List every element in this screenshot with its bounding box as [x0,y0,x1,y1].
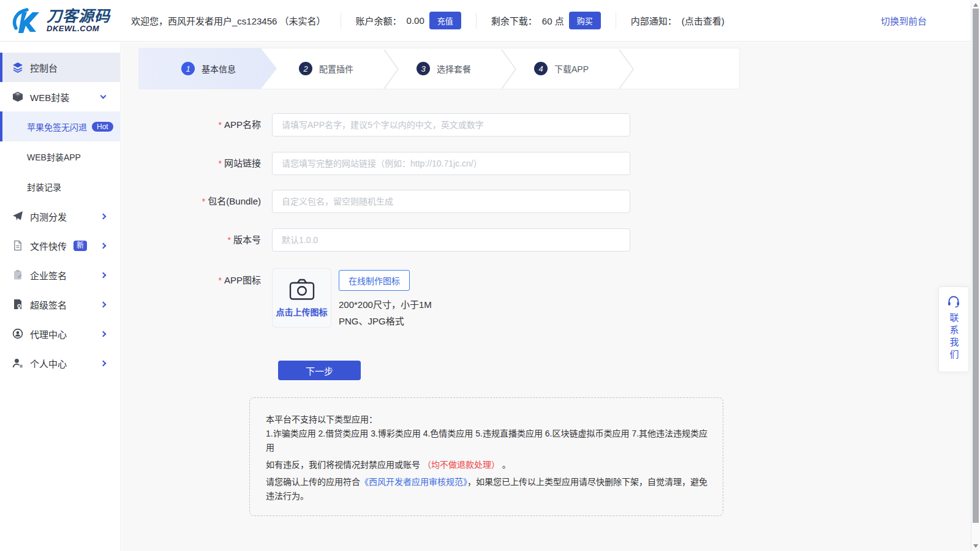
file-icon [12,240,23,251]
step-separator [501,48,517,89]
chevron-down-icon [100,93,107,99]
sidebar-subitem-web-pack-app[interactable]: WEB封装APP [0,141,120,171]
logo-text: 刀客源码 DKEWL.COM [47,8,110,33]
icon-size-hint: 200*200尺寸，小于1M [339,296,432,313]
sidebar-item-enterprise-sign[interactable]: 企业签名 [0,260,120,290]
app-name-input[interactable] [272,113,630,137]
internal-notice-group: 内部通知： (点击查看) [631,14,725,27]
contact-us-widget[interactable]: 联系我们 [938,287,969,372]
version-input[interactable] [272,228,630,252]
header-divider [476,13,477,29]
sidebar-item-console[interactable]: 控制台 [0,53,120,82]
required-mark: * [219,120,222,130]
step-download-app: 4 下载APP [534,48,589,89]
sidebar-item-file-transfer[interactable]: 文件快传 新 [0,231,120,260]
site-url-input[interactable] [272,152,630,175]
chevron-right-icon [100,272,107,278]
main-content: 1 基本信息 2 配置插件 3 选择套餐 4 下载APP *APP名称 *网站链… [121,42,971,551]
policy-notice-box: 本平台不支持以下类型应用： 1.诈骗类应用 2.借贷类应用 3.博彩类应用 4.… [249,397,723,516]
sidebar-subitem-label: WEB封装APP [27,151,81,163]
chevron-right-icon [100,242,107,249]
internal-notice-label: 内部通知： [631,14,677,27]
balance-value: 0.00 [407,15,424,26]
downloads-value: 60 点 [542,14,564,27]
sidebar-item-super-sign[interactable]: 超级签名 [0,290,120,319]
top-header: 刀客源码 DKEWL.COM 欢迎您，西风开发者用户_cs123456 （未实名… [0,0,971,42]
switch-to-front-link[interactable]: 切换到前台 [881,14,927,27]
step-basic-info: 1 基本信息 [181,48,236,89]
welcome-text: 欢迎您，西风开发者用户_cs123456 （未实名） [131,14,326,27]
step-separator [619,48,635,89]
sidebar: 控制台 WEB封装 苹果免签无闪退 Hot WEB封装APP 封装记录 内测分发 [0,42,121,551]
header-divider [341,13,341,29]
downloads-label: 剩余下载： [491,14,537,27]
field-label: *APP名称 [138,113,261,137]
required-mark: * [202,197,205,206]
logo-title: 刀客源码 [47,8,110,24]
agent-icon [12,328,23,339]
make-icon-online-button[interactable]: 在线制作图标 [339,270,410,291]
step-label: 基本信息 [202,62,236,75]
sidebar-item-label: 企业签名 [30,269,67,282]
notice-line-4: 请您确认上传的应用符合《西风开发者应用审核规范》，如果您已上传以上类型应用请尽快… [266,475,709,503]
review-standard-link[interactable]: 《西风开发者应用审核规范》 [360,477,467,487]
step-wizard: 1 基本信息 2 配置插件 3 选择套餐 4 下载APP [138,48,740,89]
sidebar-item-beta-distribution[interactable]: 内测分发 [0,201,120,231]
chevron-right-icon [100,301,107,307]
certificate-icon [12,299,23,310]
form-row-bundle: *包名(Bundle) [138,190,630,213]
recharge-button[interactable]: 充值 [429,12,461,29]
notice-line-2: 1.诈骗类应用 2.借贷类应用 3.博彩类应用 4.色情类应用 5.违规直播类应… [266,427,709,455]
sidebar-subitem-pack-records[interactable]: 封装记录 [0,171,120,201]
next-step-button[interactable]: 下一步 [278,361,361,380]
scrollbar-down-arrow[interactable] [973,544,978,548]
logo[interactable]: 刀客源码 DKEWL.COM [11,7,125,34]
scrollbar-thumb[interactable] [973,9,979,523]
cube-icon [12,91,23,102]
sidebar-subitem-apple-nosign[interactable]: 苹果免签无闪退 Hot [0,111,120,141]
notice-line-3: 如有违反，我们将视情况封禁应用或账号 （均不做退款处理） 。 [266,458,709,472]
logo-icon [11,7,43,34]
bundle-name-input[interactable] [272,190,630,213]
step-number: 2 [299,62,312,75]
upload-icon-box[interactable]: 点击上传图标 [272,268,331,328]
downloads-group: 剩余下载： 60 点 购买 [491,12,601,29]
step-label: 下载APP [554,62,589,75]
no-refund-warning: （均不做退款处理） [423,460,500,470]
sidebar-item-agent-center[interactable]: 代理中心 [0,319,120,348]
field-label: *APP图标 [138,268,261,288]
person-icon [12,358,23,369]
layers-icon [12,62,23,73]
chevron-right-icon [100,360,107,366]
app-icon-section: 点击上传图标 在线制作图标 200*200尺寸，小于1M PNG、JPG格式 [272,268,432,329]
sidebar-item-personal-center[interactable]: 个人中心 [0,348,120,378]
sidebar-item-web-pack[interactable]: WEB封装 [0,82,120,111]
required-mark: * [219,276,222,285]
sidebar-item-label: WEB封装 [30,91,69,103]
buy-button[interactable]: 购买 [569,12,601,29]
required-mark: * [228,235,231,245]
scrollbar-up-arrow[interactable] [973,3,978,7]
internal-notice-link[interactable]: (点击查看) [682,14,725,27]
form-row-app-icon: *APP图标 点击上传图标 在线制作图标 200*200尺寸，小于1M PNG、… [138,268,432,329]
sidebar-item-label: 代理中心 [30,328,67,340]
sidebar-subitem-label: 苹果免签无闪退 [27,121,87,133]
field-label: *网站链接 [138,152,261,175]
field-label: *版本号 [138,228,261,252]
icon-format-hint: PNG、JPG格式 [339,313,432,329]
form-row-app-name: *APP名称 [138,113,630,137]
required-mark: * [219,159,222,168]
step-number: 3 [417,62,430,75]
step-label: 选择套餐 [437,62,471,75]
page-scrollbar[interactable] [971,0,980,551]
balance-group: 账户余额： 0.00 充值 [356,12,461,29]
headset-icon [947,294,960,308]
header-divider [616,13,616,29]
sidebar-item-label: 内测分发 [30,210,67,223]
upload-icon-label: 点击上传图标 [276,305,328,318]
sidebar-item-label: 超级签名 [30,298,67,311]
icon-hints: 在线制作图标 200*200尺寸，小于1M PNG、JPG格式 [339,268,432,329]
sidebar-item-label: 个人中心 [30,357,67,370]
logo-subtitle: DKEWL.COM [47,24,110,33]
chevron-right-icon [100,213,107,219]
